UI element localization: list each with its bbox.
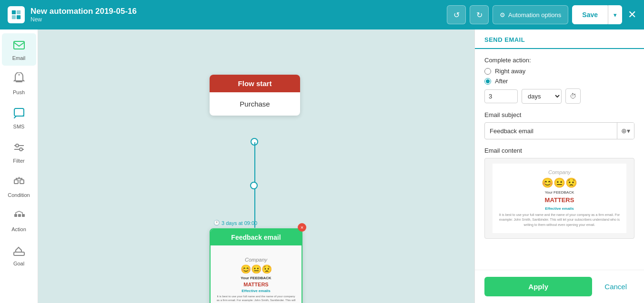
condition-icon	[12, 175, 26, 190]
save-button[interactable]: Save	[572, 5, 608, 24]
sidebar-item-email[interactable]: Email	[2, 33, 36, 66]
email-node[interactable]: Feedback email Company 😊😐😟 Your FEEDBACK…	[210, 228, 302, 303]
ec-text: It is best to use your full name and the…	[498, 213, 621, 228]
cancel-button[interactable]: Cancel	[597, 277, 634, 296]
time-unit-select[interactable]: days hours minutes weeks	[522, 89, 562, 104]
flow-start-trigger: Purchase	[210, 92, 300, 116]
app-header: New automation 2019-05-16 New ↺ ↻ ⚙ Auto…	[0, 0, 644, 29]
redo-button[interactable]: ↻	[470, 5, 489, 24]
email-preview-company: Company	[245, 257, 267, 263]
radio-after[interactable]: After	[484, 78, 634, 85]
panel-footer: Apply Cancel	[475, 270, 644, 303]
email-preview-effective: Effective emails	[242, 289, 270, 293]
email-preview-faces: 😊😐😟	[241, 264, 272, 274]
radio-right-away[interactable]: Right away	[484, 68, 634, 75]
ec-matters: MATTERS	[545, 196, 574, 204]
ec-faces: 😊😐😟	[542, 177, 577, 188]
email-content-preview[interactable]: Company 😊😐😟 Your FEEDBACK MATTERS Effect…	[484, 158, 634, 239]
flow-start-node[interactable]: Flow start Purchase	[210, 75, 300, 116]
radio-right-away-input[interactable]	[484, 68, 491, 75]
email-subject-label: Email subject	[484, 111, 634, 118]
apply-button[interactable]: Apply	[484, 277, 592, 296]
header-actions: ↺ ↻ ⚙ Automation options Save ▾ ✕	[447, 5, 636, 24]
email-node-close-button[interactable]: ×	[298, 223, 306, 232]
sidebar-item-filter-label: Filter	[13, 158, 24, 164]
svg-rect-13	[20, 180, 24, 184]
sidebar-item-sms[interactable]: SMS	[2, 102, 36, 134]
svg-rect-12	[14, 180, 18, 184]
right-panel: SEND EMAIL Complete action: Right away A…	[474, 29, 644, 303]
close-button[interactable]: ✕	[628, 9, 636, 21]
sidebar-item-goal[interactable]: Goal	[2, 239, 36, 271]
email-subject-input[interactable]	[485, 124, 617, 138]
action-icon	[12, 209, 26, 225]
save-dropdown-button[interactable]: ▾	[608, 5, 622, 24]
automation-canvas[interactable]: Flow start Purchase 🕐 3 days at 09:00 Fe…	[38, 29, 474, 303]
personalization-button[interactable]: ⊕ ▾	[617, 123, 634, 139]
sidebar-item-condition-label: Condition	[8, 192, 30, 198]
email-node-time-label: 🕐 3 days at 09:00	[213, 220, 257, 226]
svg-rect-1	[17, 10, 20, 14]
sidebar-item-sms-label: SMS	[13, 124, 25, 129]
time-inputs: days hours minutes weeks ⏱	[484, 88, 634, 104]
gear-icon: ⚙	[500, 11, 505, 19]
filter-icon	[12, 141, 26, 156]
complete-action-section: Complete action: Right away After days	[484, 57, 634, 104]
email-preview-your: Your FEEDBACK	[241, 276, 271, 280]
sidebar-item-push-label: Push	[13, 89, 25, 95]
automation-title: New automation 2019-05-16	[30, 7, 441, 16]
connector-mid-dot	[250, 182, 258, 189]
push-icon	[12, 72, 26, 88]
svg-rect-4	[14, 41, 24, 49]
svg-rect-16	[18, 214, 21, 217]
svg-rect-2	[12, 15, 16, 19]
sidebar-item-action[interactable]: Action	[2, 205, 36, 237]
svg-rect-17	[22, 214, 25, 217]
email-subject-input-wrap: ⊕ ▾	[484, 122, 634, 139]
email-subject-section: Email subject ⊕ ▾	[484, 111, 634, 139]
sms-icon	[12, 107, 26, 122]
time-number-input[interactable]	[484, 89, 518, 103]
email-content-label: Email content	[484, 147, 634, 154]
complete-action-label: Complete action:	[484, 57, 634, 64]
flow-start-header: Flow start	[210, 75, 300, 92]
panel-title: SEND EMAIL	[484, 36, 634, 43]
email-preview-text: It is best to use your full name and the…	[214, 294, 298, 303]
radio-right-away-label: Right away	[495, 68, 525, 75]
undo-button[interactable]: ↺	[447, 5, 466, 24]
svg-point-6	[16, 144, 19, 147]
chevron-down-icon: ▾	[614, 11, 617, 19]
automation-options-label: Automation options	[508, 11, 561, 19]
sidebar-item-push[interactable]: Push	[2, 68, 36, 100]
time-label-text: 3 days at 09:00	[221, 220, 257, 226]
complete-action-radio-group: Right away After	[484, 68, 634, 85]
svg-point-7	[20, 148, 22, 151]
email-content-section: Email content Company 😊😐😟 Your FEEDBACK …	[484, 147, 634, 239]
ec-company: Company	[548, 169, 571, 175]
email-icon	[12, 38, 26, 53]
svg-rect-5	[14, 108, 24, 116]
svg-rect-18	[14, 252, 24, 255]
svg-rect-0	[12, 10, 16, 14]
personalization-icon: ⊕	[621, 127, 627, 135]
app-logo	[8, 6, 25, 23]
automation-status: New	[30, 16, 441, 23]
save-button-group: Save ▾	[572, 5, 622, 24]
email-node-header: Feedback email	[211, 229, 302, 245]
email-node-body: Company 😊😐😟 Your FEEDBACK MATTERS Effect…	[211, 245, 302, 303]
sidebar-item-filter[interactable]: Filter	[2, 136, 36, 168]
time-clock-button[interactable]: ⏱	[565, 88, 581, 104]
chevron-icon: ▾	[627, 127, 630, 135]
automation-options-button[interactable]: ⚙ Automation options	[493, 5, 568, 24]
email-preview-matters: MATTERS	[243, 282, 268, 287]
radio-after-label: After	[495, 78, 508, 85]
main-area: Email Push SMS	[0, 29, 644, 303]
sidebar-item-action-label: Action	[11, 226, 26, 232]
email-preview: Company 😊😐😟 Your FEEDBACK MATTERS Effect…	[211, 253, 302, 303]
sidebar-item-condition[interactable]: Condition	[2, 170, 36, 203]
sidebar-item-goal-label: Goal	[13, 261, 24, 266]
sidebar: Email Push SMS	[0, 29, 38, 303]
email-content-inner: Company 😊😐😟 Your FEEDBACK MATTERS Effect…	[493, 164, 627, 234]
radio-after-input[interactable]	[484, 78, 491, 85]
clock-icon: 🕐	[213, 220, 220, 226]
